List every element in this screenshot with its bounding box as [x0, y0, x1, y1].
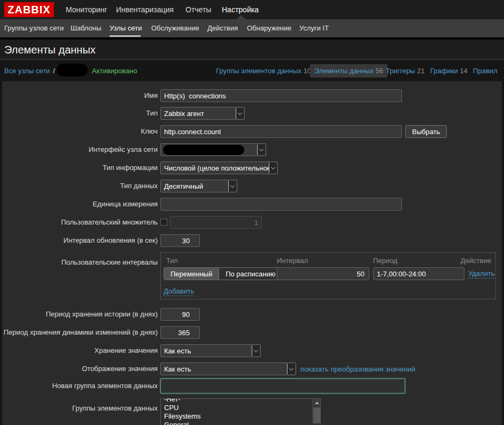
subnav-discovery[interactable]: Обнаружение [247, 24, 291, 32]
subnav-actions[interactable]: Действия [207, 24, 238, 32]
chevron-down-icon [257, 144, 265, 155]
key-select-button[interactable]: Выбрать [405, 125, 447, 138]
tab-applications[interactable]: Группы элементов данных 10 [216, 67, 311, 75]
tab-graphs[interactable]: Графики 14 [430, 67, 468, 75]
zabbix-logo: ZABBIX [4, 2, 54, 17]
subnav-templates[interactable]: Шаблоны [71, 24, 102, 32]
multiplier-label: Пользовательский множитель [2, 216, 158, 229]
configuration-subnav: Группы узлов сети Шаблоны Узлы сети Обсл… [0, 19, 504, 37]
type-label: Тип [2, 107, 158, 120]
title-bar: Элементы данных [0, 40, 504, 60]
menu-reports[interactable]: Отчеты [185, 5, 211, 14]
breadcrumb-separator: / [53, 67, 55, 75]
valuemap-label: Отображение значения [2, 362, 158, 375]
top-menu-bar: ZABBIX Мониторинг Инвентаризация Отчеты … [0, 0, 504, 19]
menu-configuration[interactable]: Настройка [222, 5, 259, 14]
new-application-label: Новая группа элементов данных [2, 380, 158, 392]
interface-select[interactable] [160, 143, 266, 156]
chevron-down-icon [236, 108, 244, 119]
chevron-down-icon [269, 163, 277, 173]
listbox-scrollbar[interactable] [312, 399, 320, 425]
host-context-bar: Все узлы сети / Активировано ZBX SNMP JM… [0, 60, 504, 81]
active-subnav-underline [110, 35, 141, 37]
listbox-option[interactable]: CPU [161, 404, 320, 412]
key-label: Ключ [2, 125, 158, 138]
history-input[interactable] [160, 308, 200, 321]
type-select[interactable]: Zabbix агент [160, 107, 245, 120]
breadcrumb-all-hosts-link[interactable]: Все узлы сети [4, 67, 50, 75]
info-type-select[interactable]: Числовой (целое положительное) [160, 161, 278, 174]
chevron-down-icon [287, 364, 295, 374]
valuemap-select[interactable]: Как есть [160, 362, 296, 375]
interval-type-scheduling[interactable]: По расписанию [219, 268, 282, 280]
listbox-option[interactable]: Filesystems [161, 412, 320, 421]
subnav-hosts[interactable]: Узлы сети [110, 24, 142, 32]
tab-discovery-rules-clipped[interactable]: Правил [473, 67, 498, 75]
col-header-interval: Интервал [277, 257, 308, 265]
listbox-option[interactable]: -Нет- [161, 398, 320, 404]
interval-period-input[interactable] [373, 267, 464, 280]
menu-monitoring[interactable]: Мониторинг [66, 5, 107, 14]
applications-listbox[interactable]: -Нет- CPU Filesystems General [160, 398, 321, 425]
interval-add-link[interactable]: Добавить [164, 287, 194, 296]
scrollbar-thumb[interactable] [313, 407, 320, 423]
listbox-option[interactable]: General [161, 421, 320, 425]
subnav-host-groups[interactable]: Группы узлов сети [4, 24, 64, 32]
custom-intervals-table: Тип Интервал Период Действие Переменный … [160, 252, 496, 299]
key-input[interactable] [160, 125, 402, 138]
col-header-action: Действие [461, 257, 491, 265]
show-value-mappings-link[interactable]: показать преобразования значений [300, 365, 415, 373]
multiplier-checkbox[interactable] [160, 219, 167, 226]
trends-input[interactable] [160, 326, 200, 339]
interface-value-redacted [163, 145, 244, 155]
host-name-redacted [57, 64, 88, 76]
col-header-type: Тип [166, 257, 178, 265]
history-label: Период хранения истории (в днях) [2, 308, 158, 321]
zabbix-item-edit-screen: ZABBIX Мониторинг Инвентаризация Отчеты … [0, 0, 504, 425]
col-header-period: Период [373, 257, 398, 265]
page-title: Элементы данных [4, 44, 96, 56]
host-status-enabled: Активировано [92, 67, 137, 75]
data-type-select[interactable]: Десятичный [160, 180, 237, 192]
menu-inventory[interactable]: Инвентаризация [116, 5, 174, 14]
tab-triggers[interactable]: Триггеры 21 [386, 67, 425, 75]
interface-label: Интерфейс узла сети [2, 143, 158, 156]
interval-type-flexible[interactable]: Переменный [164, 268, 219, 280]
tab-items-active[interactable]: Элементы данных 56 [310, 64, 387, 78]
active-menu-pointer [237, 15, 245, 19]
delta-label: Хранение значения [2, 344, 158, 357]
chevron-down-icon [252, 345, 260, 356]
custom-intervals-label: Пользовательские интервалы [2, 256, 158, 269]
item-edit-form: Имя Тип Zabbix агент Ключ Выбрать Интерф… [2, 81, 502, 425]
delta-select[interactable]: Как есть [160, 344, 261, 357]
name-label: Имя [2, 89, 158, 102]
interval-value-input[interactable] [277, 267, 369, 280]
update-interval-input[interactable] [160, 234, 200, 247]
trends-label: Период хранения динамики изменений (в дн… [2, 326, 158, 339]
update-interval-label: Интервал обновления (в сек) [2, 234, 158, 247]
multiplier-input [170, 216, 262, 229]
units-input[interactable] [160, 198, 402, 211]
subnav-it-services[interactable]: Услуги IT [299, 24, 329, 32]
new-application-input[interactable] [160, 378, 405, 393]
subnav-maintenance[interactable]: Обслуживание [151, 24, 199, 32]
units-label: Единица измерения [2, 198, 158, 211]
data-type-label: Тип данных [2, 180, 158, 192]
applications-label: Группы элементов данных [2, 402, 158, 415]
info-type-label: Тип информации [2, 161, 158, 174]
chevron-down-icon [228, 181, 236, 191]
scroll-up-arrow-icon[interactable] [313, 399, 321, 407]
interval-type-toggle: Переменный По расписанию [164, 267, 283, 280]
interval-delete-link[interactable]: Удалить [468, 269, 495, 279]
name-input[interactable] [160, 89, 402, 102]
